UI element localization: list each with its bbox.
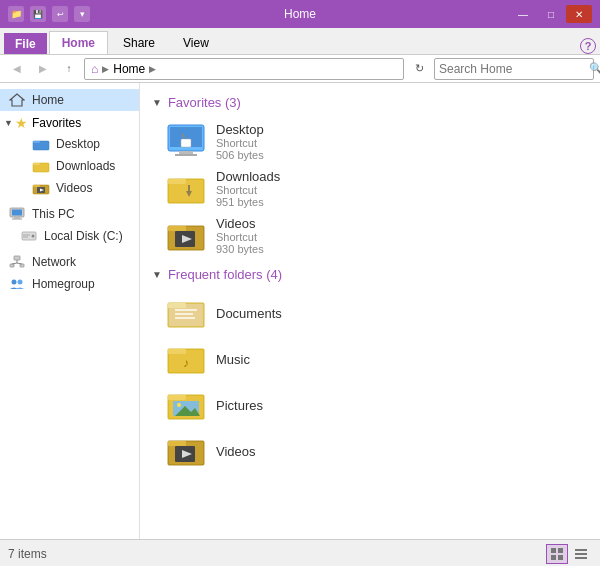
dropdown-icon[interactable]: ▾ [74,6,90,22]
save-icon: 💾 [30,6,46,22]
list-item[interactable]: Desktop Shortcut 506 bytes [160,118,588,165]
desktop-filetype: Shortcut [216,137,264,149]
svg-rect-16 [23,237,28,238]
sidebar-home-label: Home [32,93,64,107]
svg-rect-49 [168,395,186,400]
close-button[interactable]: ✕ [566,5,592,23]
path-chevron: ▶ [102,64,109,74]
svg-rect-17 [14,256,20,260]
maximize-button[interactable]: □ [538,5,564,23]
videos-fav-filename: Videos [216,216,264,231]
svg-marker-0 [10,94,24,106]
videos-shortcut-icon [166,217,206,255]
favorites-section-header[interactable]: ▼ Favorites (3) [152,95,588,110]
svg-rect-60 [558,555,563,560]
sidebar-item-homegroup[interactable]: Homegroup [0,273,139,295]
sidebar-localdisk-label: Local Disk (C:) [44,229,123,243]
documents-filename: Documents [216,306,282,321]
frequent-folders-list: Documents ♪ Music [152,290,588,474]
desktop-folder-icon [32,136,50,152]
sidebar-item-home[interactable]: Home [0,89,139,111]
svg-line-22 [17,263,22,264]
svg-marker-31 [182,134,184,137]
svg-rect-41 [168,303,186,308]
sidebar-item-network[interactable]: Network [0,251,139,273]
list-item[interactable]: Videos [160,428,588,474]
minimize-button[interactable]: — [510,5,536,23]
pictures-filename: Pictures [216,398,263,413]
list-item[interactable]: ♪ Music [160,336,588,382]
frequent-section-header[interactable]: ▼ Frequent folders (4) [152,267,588,282]
sidebar-item-thispc[interactable]: This PC [0,203,139,225]
sidebar-item-videos[interactable]: Videos [0,177,139,199]
search-input[interactable] [439,62,589,76]
back-button[interactable]: ◀ [6,58,28,80]
favorites-section-title: Favorites (3) [168,95,241,110]
music-filename: Music [216,352,250,367]
downloads-filesize: 951 bytes [216,196,280,208]
svg-rect-18 [10,264,14,267]
svg-point-51 [177,403,181,407]
documents-file-info: Documents [216,306,282,321]
list-item[interactable]: Videos Shortcut 930 bytes [160,212,588,259]
help-button[interactable]: ? [580,38,596,54]
svg-point-14 [32,235,35,238]
path-home-icon: ⌂ [91,62,98,76]
sidebar-item-downloads[interactable]: Downloads [0,155,139,177]
title-bar-left: 📁 💾 ↩ ▾ [8,6,90,22]
sidebar-homegroup-label: Homegroup [32,277,95,291]
favorites-star-icon: ★ [15,115,28,131]
svg-rect-11 [14,217,20,219]
view-buttons [546,544,592,564]
videos-freq-folder-icon [166,432,206,470]
tab-home[interactable]: Home [49,31,108,54]
svg-text:♪: ♪ [183,356,189,370]
svg-rect-57 [551,548,556,553]
svg-rect-58 [558,548,563,553]
undo-icon: ↩ [52,6,68,22]
sidebar-favorites-label: Favorites [32,116,81,130]
list-item[interactable]: Documents [160,290,588,336]
up-button[interactable]: ↑ [58,58,80,80]
search-box[interactable]: 🔍 [434,58,594,80]
favorites-expand-icon: ▼ [152,97,162,108]
homegroup-icon [8,276,26,292]
item-count: 7 items [8,547,47,561]
forward-button[interactable]: ▶ [32,58,54,80]
svg-line-21 [12,263,17,264]
status-bar: 7 items [0,539,600,566]
svg-rect-63 [575,557,587,559]
svg-rect-46 [168,349,186,354]
sidebar-favorites-group[interactable]: ▼ ★ Favorites [0,111,139,133]
address-bar: ◀ ▶ ↑ ⌂ ▶ Home ▶ ↻ 🔍 [0,55,600,83]
tab-share[interactable]: Share [110,31,168,54]
refresh-button[interactable]: ↻ [408,58,430,80]
sidebar-item-desktop[interactable]: Desktop [0,133,139,155]
svg-point-24 [18,280,23,285]
svg-rect-4 [33,163,40,165]
favorites-list: Desktop Shortcut 506 bytes Downloads [152,118,588,259]
frequent-section-title: Frequent folders (4) [168,267,282,282]
svg-rect-44 [175,317,195,319]
address-path[interactable]: ⌂ ▶ Home ▶ [84,58,404,80]
tab-file[interactable]: File [4,33,47,54]
ribbon-tabs: File Home Share View ? [0,28,600,54]
sidebar-desktop-label: Desktop [56,137,100,151]
view-list-button[interactable] [570,544,592,564]
sidebar: Home ▼ ★ Favorites Desktop Downloads Vid… [0,83,140,539]
sidebar-item-localdisk[interactable]: Local Disk (C:) [0,225,139,247]
svg-rect-37 [168,226,186,231]
view-large-button[interactable] [546,544,568,564]
desktop-shortcut-icon [166,123,206,161]
search-icon: 🔍 [589,62,600,75]
svg-rect-10 [12,210,22,216]
list-item[interactable]: Downloads Shortcut 951 bytes [160,165,588,212]
tab-view[interactable]: View [170,31,222,54]
app-icon: 📁 [8,6,24,22]
list-item[interactable]: Pictures [160,382,588,428]
sidebar-videos-label: Videos [56,181,92,195]
sidebar-thispc-label: This PC [32,207,75,221]
music-folder-icon: ♪ [166,340,206,378]
videos-freq-file-info: Videos [216,444,256,459]
svg-rect-27 [179,151,193,154]
